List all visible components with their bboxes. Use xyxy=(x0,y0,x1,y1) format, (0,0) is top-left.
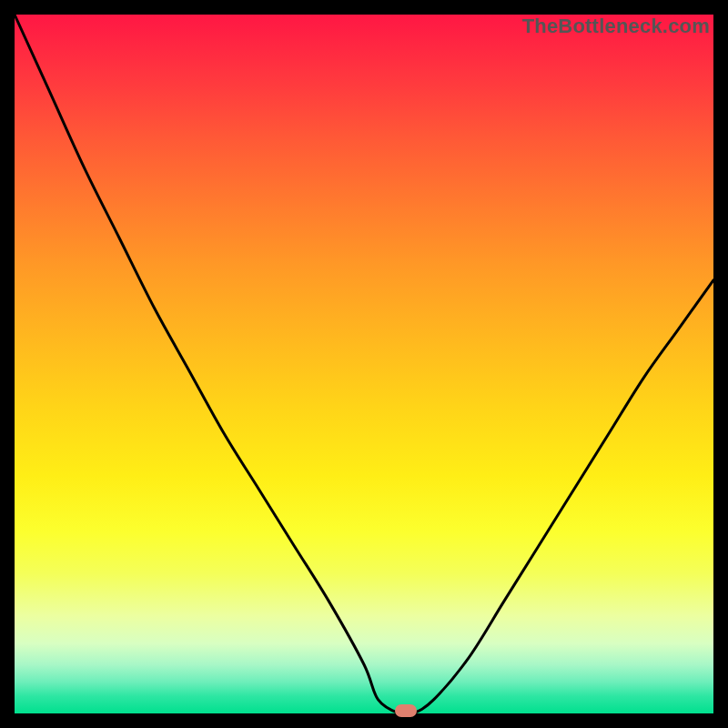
watermark-text: TheBottleneck.com xyxy=(522,15,710,38)
minimum-marker xyxy=(395,704,417,717)
bottleneck-curve xyxy=(15,15,713,713)
chart-frame: TheBottleneck.com xyxy=(15,15,713,713)
